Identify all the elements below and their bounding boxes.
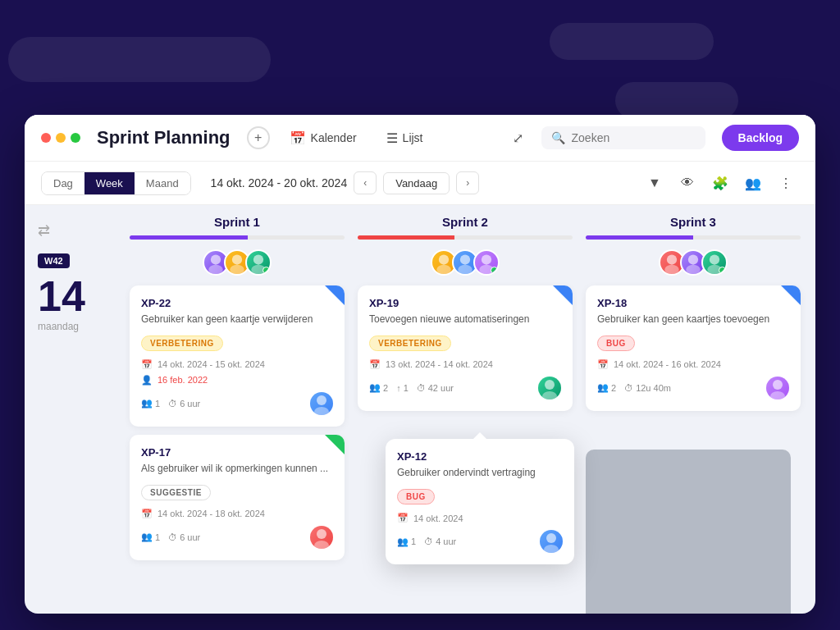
toolbar-icons: ▼ 👁 🧩 👥 ⋮ bbox=[641, 170, 799, 196]
card-title: Toevoegen nieuwe automatiseringen bbox=[369, 313, 561, 326]
calendar-icon: 📅 bbox=[397, 513, 409, 523]
stat-users: 👥 1 bbox=[141, 398, 160, 409]
more-icon[interactable]: ⋮ bbox=[773, 170, 799, 196]
card-id: XP-19 bbox=[369, 297, 561, 309]
prev-arrow[interactable]: ‹ bbox=[354, 171, 377, 194]
svg-point-6 bbox=[317, 395, 326, 405]
calendar-icon: 📅 bbox=[369, 359, 381, 370]
popup-card-footer: 👥 1 ⏱ 4 uur bbox=[397, 530, 563, 553]
card-badge: BUG bbox=[597, 336, 635, 351]
card-corner bbox=[553, 285, 573, 305]
users-icon: 👥 bbox=[141, 398, 153, 409]
svg-point-3 bbox=[230, 265, 244, 274]
card-title: Gebruiker kan geen kaartjes toevoegen bbox=[597, 313, 789, 326]
assignee-avatar bbox=[538, 377, 561, 399]
card-stats: 👥 1 ⏱ 6 uur bbox=[141, 398, 200, 409]
svg-point-24 bbox=[773, 380, 783, 390]
list-nav-btn[interactable]: ☰ Lijst bbox=[377, 126, 433, 151]
backlog-button[interactable]: Backlog bbox=[722, 125, 799, 151]
card-stats: 👥 2 ⏱ 12u 40m bbox=[597, 382, 671, 393]
card-id: XP-18 bbox=[597, 297, 789, 309]
search-input[interactable] bbox=[572, 131, 696, 144]
card-xp-17[interactable]: XP-17 Als gebruiker wil ik opmerkingen k… bbox=[130, 435, 345, 560]
calendar-icon: 📅 bbox=[290, 130, 306, 146]
svg-point-17 bbox=[542, 391, 557, 399]
users-icon: 👥 bbox=[141, 532, 153, 542]
svg-point-11 bbox=[436, 265, 451, 274]
popup-assignee-avatar bbox=[540, 530, 563, 553]
bg-decoration-2 bbox=[550, 23, 714, 60]
today-button[interactable]: Vandaag bbox=[383, 172, 450, 194]
assignee-avatar bbox=[766, 377, 789, 399]
date-range: 14 okt. 2024 - 20 okt. 2024 bbox=[211, 176, 348, 189]
clock-icon: ⏱ bbox=[168, 532, 177, 542]
tab-maand[interactable]: Maand bbox=[135, 172, 190, 194]
card-date-range: 📅 13 okt. 2024 - 14 okt. 2024 bbox=[369, 359, 561, 370]
add-button[interactable]: + bbox=[247, 126, 270, 149]
sprint-3-header: Sprint 3 bbox=[586, 205, 801, 235]
puzzle-icon[interactable]: 🧩 bbox=[707, 170, 733, 196]
card-corner bbox=[325, 285, 345, 305]
card-badge: VERBETERING bbox=[369, 336, 451, 351]
svg-point-12 bbox=[460, 254, 470, 264]
stat-time: ⏱ 4 uur bbox=[424, 536, 456, 546]
svg-point-20 bbox=[688, 254, 698, 264]
tab-week[interactable]: Week bbox=[84, 172, 135, 194]
card-id: XP-17 bbox=[141, 446, 333, 459]
sprint-3-progress bbox=[586, 235, 801, 240]
svg-point-21 bbox=[686, 265, 701, 274]
sprint-3-progress-fill bbox=[586, 235, 693, 240]
svg-point-2 bbox=[232, 254, 242, 264]
sprint-1-progress-fill bbox=[130, 235, 248, 240]
filter-icon[interactable]: ▼ bbox=[641, 170, 668, 196]
card-footer: 👥 2 ↑ 1 ⏱ 42 uur bbox=[369, 377, 561, 399]
card-xp-19[interactable]: XP-19 Toevoegen nieuwe automatiseringen … bbox=[358, 285, 573, 411]
person-icon: 👤 bbox=[141, 375, 153, 386]
stat-time: ⏱ 6 uur bbox=[168, 399, 200, 409]
team-icon[interactable]: 👥 bbox=[740, 170, 766, 196]
card-footer: 👥 2 ⏱ 12u 40m bbox=[597, 377, 789, 399]
stat-uploads: ↑ 1 bbox=[396, 383, 409, 393]
users-icon: 👥 bbox=[597, 382, 609, 393]
svg-point-1 bbox=[208, 265, 223, 274]
svg-point-13 bbox=[458, 265, 472, 274]
assignee-avatar bbox=[310, 526, 333, 549]
next-arrow[interactable]: › bbox=[456, 171, 479, 194]
week-badge: W42 bbox=[38, 253, 70, 268]
svg-point-9 bbox=[314, 541, 329, 549]
close-dot[interactable] bbox=[41, 133, 51, 143]
popup-card-xp12[interactable]: XP-12 Gebruiker ondervindt vertraging BU… bbox=[386, 439, 574, 564]
card-date-range: 📅 14 okt. 2024 - 16 okt. 2024 bbox=[597, 359, 789, 370]
card-xp-22[interactable]: XP-22 Gebruiker kan geen kaartje verwijd… bbox=[130, 285, 345, 427]
svg-point-25 bbox=[770, 391, 785, 399]
eye-icon[interactable]: 👁 bbox=[674, 170, 701, 196]
svg-point-7 bbox=[314, 407, 329, 415]
sprint-3-progress-bg bbox=[693, 235, 801, 240]
sprint-1-header: Sprint 1 bbox=[130, 205, 345, 235]
sprint-2-progress-fill bbox=[358, 235, 454, 240]
sprint-2-progress bbox=[358, 235, 573, 240]
stat-users: 👥 1 bbox=[397, 536, 416, 547]
upload-icon: ↑ bbox=[396, 383, 401, 393]
svg-point-22 bbox=[710, 254, 719, 264]
popup-card-date: 📅 14 okt. 2024 bbox=[397, 513, 563, 523]
card-xp-18[interactable]: XP-18 Gebruiker kan geen kaartjes toevoe… bbox=[586, 285, 801, 411]
svg-point-14 bbox=[482, 254, 491, 264]
card-badge: VERBETERING bbox=[141, 336, 223, 351]
avatar bbox=[245, 249, 272, 276]
maximize-dot[interactable] bbox=[71, 133, 80, 143]
sprint-2-progress-bg bbox=[454, 235, 573, 240]
tab-dag[interactable]: Dag bbox=[42, 172, 84, 194]
minimize-dot[interactable] bbox=[56, 133, 66, 143]
card-footer: 👥 1 ⏱ 6 uur bbox=[141, 526, 333, 549]
svg-point-8 bbox=[317, 529, 326, 539]
shuffle-icon: ⇄ bbox=[38, 221, 110, 240]
bg-decoration-1 bbox=[8, 37, 271, 82]
calendar-nav-btn[interactable]: 📅 Kalender bbox=[280, 126, 367, 151]
sprint-2-avatars bbox=[358, 249, 573, 276]
search-box: 🔍 bbox=[541, 126, 705, 149]
expand-button[interactable]: ⤢ bbox=[505, 125, 532, 151]
svg-point-18 bbox=[667, 254, 677, 264]
window-controls bbox=[41, 133, 80, 143]
card-corner bbox=[325, 435, 345, 454]
